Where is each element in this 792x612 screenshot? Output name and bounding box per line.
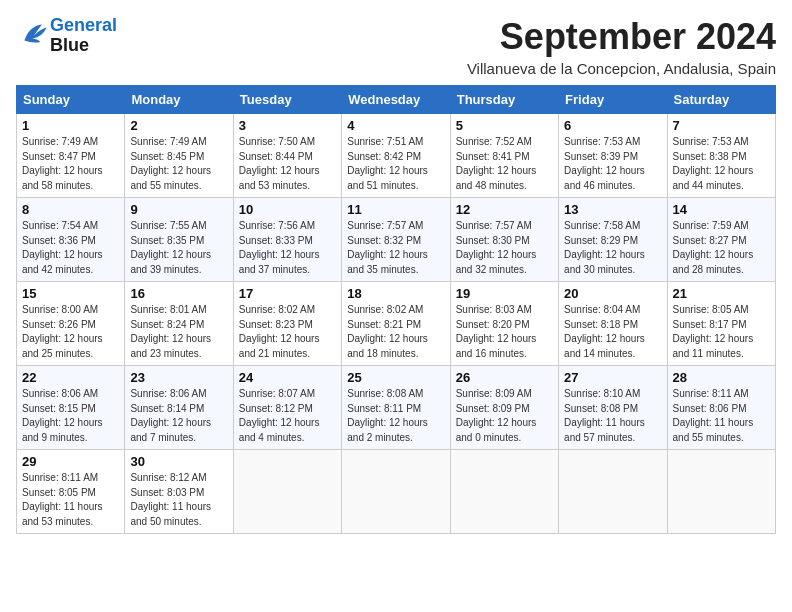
calendar-cell: 13Sunrise: 7:58 AM Sunset: 8:29 PM Dayli…	[559, 198, 667, 282]
calendar-week-row: 1Sunrise: 7:49 AM Sunset: 8:47 PM Daylig…	[17, 114, 776, 198]
calendar-week-row: 15Sunrise: 8:00 AM Sunset: 8:26 PM Dayli…	[17, 282, 776, 366]
day-number: 30	[130, 454, 227, 469]
day-number: 7	[673, 118, 770, 133]
day-info: Sunrise: 7:52 AM Sunset: 8:41 PM Dayligh…	[456, 135, 553, 193]
day-number: 12	[456, 202, 553, 217]
calendar-cell: 5Sunrise: 7:52 AM Sunset: 8:41 PM Daylig…	[450, 114, 558, 198]
day-info: Sunrise: 7:55 AM Sunset: 8:35 PM Dayligh…	[130, 219, 227, 277]
calendar-cell: 15Sunrise: 8:00 AM Sunset: 8:26 PM Dayli…	[17, 282, 125, 366]
calendar-cell: 26Sunrise: 8:09 AM Sunset: 8:09 PM Dayli…	[450, 366, 558, 450]
day-number: 27	[564, 370, 661, 385]
calendar-week-row: 22Sunrise: 8:06 AM Sunset: 8:15 PM Dayli…	[17, 366, 776, 450]
day-info: Sunrise: 8:10 AM Sunset: 8:08 PM Dayligh…	[564, 387, 661, 445]
calendar-week-row: 8Sunrise: 7:54 AM Sunset: 8:36 PM Daylig…	[17, 198, 776, 282]
day-info: Sunrise: 8:01 AM Sunset: 8:24 PM Dayligh…	[130, 303, 227, 361]
logo-icon	[18, 18, 50, 50]
day-info: Sunrise: 7:49 AM Sunset: 8:45 PM Dayligh…	[130, 135, 227, 193]
calendar-cell: 17Sunrise: 8:02 AM Sunset: 8:23 PM Dayli…	[233, 282, 341, 366]
weekday-header-sunday: Sunday	[17, 86, 125, 114]
day-number: 2	[130, 118, 227, 133]
calendar-cell: 30Sunrise: 8:12 AM Sunset: 8:03 PM Dayli…	[125, 450, 233, 534]
day-number: 11	[347, 202, 444, 217]
calendar-cell	[342, 450, 450, 534]
day-number: 19	[456, 286, 553, 301]
day-info: Sunrise: 8:09 AM Sunset: 8:09 PM Dayligh…	[456, 387, 553, 445]
calendar-cell: 2Sunrise: 7:49 AM Sunset: 8:45 PM Daylig…	[125, 114, 233, 198]
calendar-cell: 10Sunrise: 7:56 AM Sunset: 8:33 PM Dayli…	[233, 198, 341, 282]
weekday-header-saturday: Saturday	[667, 86, 775, 114]
day-info: Sunrise: 8:11 AM Sunset: 8:05 PM Dayligh…	[22, 471, 119, 529]
day-number: 25	[347, 370, 444, 385]
weekday-header-wednesday: Wednesday	[342, 86, 450, 114]
calendar-cell: 6Sunrise: 7:53 AM Sunset: 8:39 PM Daylig…	[559, 114, 667, 198]
calendar-cell: 14Sunrise: 7:59 AM Sunset: 8:27 PM Dayli…	[667, 198, 775, 282]
calendar-cell: 18Sunrise: 8:02 AM Sunset: 8:21 PM Dayli…	[342, 282, 450, 366]
calendar-cell: 29Sunrise: 8:11 AM Sunset: 8:05 PM Dayli…	[17, 450, 125, 534]
day-info: Sunrise: 7:53 AM Sunset: 8:38 PM Dayligh…	[673, 135, 770, 193]
day-info: Sunrise: 7:57 AM Sunset: 8:32 PM Dayligh…	[347, 219, 444, 277]
day-number: 13	[564, 202, 661, 217]
calendar-cell: 20Sunrise: 8:04 AM Sunset: 8:18 PM Dayli…	[559, 282, 667, 366]
day-info: Sunrise: 8:02 AM Sunset: 8:21 PM Dayligh…	[347, 303, 444, 361]
day-info: Sunrise: 8:12 AM Sunset: 8:03 PM Dayligh…	[130, 471, 227, 529]
day-info: Sunrise: 7:50 AM Sunset: 8:44 PM Dayligh…	[239, 135, 336, 193]
day-info: Sunrise: 7:59 AM Sunset: 8:27 PM Dayligh…	[673, 219, 770, 277]
day-number: 18	[347, 286, 444, 301]
day-number: 17	[239, 286, 336, 301]
weekday-header-monday: Monday	[125, 86, 233, 114]
calendar-cell: 28Sunrise: 8:11 AM Sunset: 8:06 PM Dayli…	[667, 366, 775, 450]
day-info: Sunrise: 8:11 AM Sunset: 8:06 PM Dayligh…	[673, 387, 770, 445]
calendar-cell: 12Sunrise: 7:57 AM Sunset: 8:30 PM Dayli…	[450, 198, 558, 282]
day-info: Sunrise: 7:49 AM Sunset: 8:47 PM Dayligh…	[22, 135, 119, 193]
calendar-table: SundayMondayTuesdayWednesdayThursdayFrid…	[16, 85, 776, 534]
day-number: 15	[22, 286, 119, 301]
day-info: Sunrise: 7:54 AM Sunset: 8:36 PM Dayligh…	[22, 219, 119, 277]
day-info: Sunrise: 8:06 AM Sunset: 8:14 PM Dayligh…	[130, 387, 227, 445]
day-number: 3	[239, 118, 336, 133]
calendar-cell: 8Sunrise: 7:54 AM Sunset: 8:36 PM Daylig…	[17, 198, 125, 282]
calendar-cell: 23Sunrise: 8:06 AM Sunset: 8:14 PM Dayli…	[125, 366, 233, 450]
calendar-cell: 1Sunrise: 7:49 AM Sunset: 8:47 PM Daylig…	[17, 114, 125, 198]
calendar-cell: 22Sunrise: 8:06 AM Sunset: 8:15 PM Dayli…	[17, 366, 125, 450]
weekday-header-row: SundayMondayTuesdayWednesdayThursdayFrid…	[17, 86, 776, 114]
day-number: 14	[673, 202, 770, 217]
day-info: Sunrise: 7:56 AM Sunset: 8:33 PM Dayligh…	[239, 219, 336, 277]
day-number: 29	[22, 454, 119, 469]
calendar-cell: 4Sunrise: 7:51 AM Sunset: 8:42 PM Daylig…	[342, 114, 450, 198]
calendar-cell: 21Sunrise: 8:05 AM Sunset: 8:17 PM Dayli…	[667, 282, 775, 366]
day-number: 9	[130, 202, 227, 217]
calendar-cell: 19Sunrise: 8:03 AM Sunset: 8:20 PM Dayli…	[450, 282, 558, 366]
calendar-cell	[559, 450, 667, 534]
day-number: 24	[239, 370, 336, 385]
day-number: 16	[130, 286, 227, 301]
day-info: Sunrise: 8:04 AM Sunset: 8:18 PM Dayligh…	[564, 303, 661, 361]
logo: GeneralBlue	[16, 16, 117, 56]
day-number: 5	[456, 118, 553, 133]
weekday-header-tuesday: Tuesday	[233, 86, 341, 114]
day-number: 20	[564, 286, 661, 301]
month-title: September 2024	[467, 16, 776, 58]
calendar-week-row: 29Sunrise: 8:11 AM Sunset: 8:05 PM Dayli…	[17, 450, 776, 534]
weekday-header-thursday: Thursday	[450, 86, 558, 114]
day-info: Sunrise: 7:58 AM Sunset: 8:29 PM Dayligh…	[564, 219, 661, 277]
day-info: Sunrise: 8:03 AM Sunset: 8:20 PM Dayligh…	[456, 303, 553, 361]
day-info: Sunrise: 7:53 AM Sunset: 8:39 PM Dayligh…	[564, 135, 661, 193]
day-number: 1	[22, 118, 119, 133]
location-title: Villanueva de la Concepcion, Andalusia, …	[467, 60, 776, 77]
calendar-cell: 16Sunrise: 8:01 AM Sunset: 8:24 PM Dayli…	[125, 282, 233, 366]
day-number: 23	[130, 370, 227, 385]
title-area: September 2024 Villanueva de la Concepci…	[467, 16, 776, 77]
day-number: 26	[456, 370, 553, 385]
calendar-cell: 27Sunrise: 8:10 AM Sunset: 8:08 PM Dayli…	[559, 366, 667, 450]
day-number: 8	[22, 202, 119, 217]
logo-text: GeneralBlue	[50, 16, 117, 56]
calendar-cell	[450, 450, 558, 534]
calendar-cell: 24Sunrise: 8:07 AM Sunset: 8:12 PM Dayli…	[233, 366, 341, 450]
day-number: 4	[347, 118, 444, 133]
day-number: 6	[564, 118, 661, 133]
day-info: Sunrise: 8:07 AM Sunset: 8:12 PM Dayligh…	[239, 387, 336, 445]
calendar-cell: 9Sunrise: 7:55 AM Sunset: 8:35 PM Daylig…	[125, 198, 233, 282]
day-info: Sunrise: 8:00 AM Sunset: 8:26 PM Dayligh…	[22, 303, 119, 361]
day-number: 10	[239, 202, 336, 217]
day-number: 22	[22, 370, 119, 385]
